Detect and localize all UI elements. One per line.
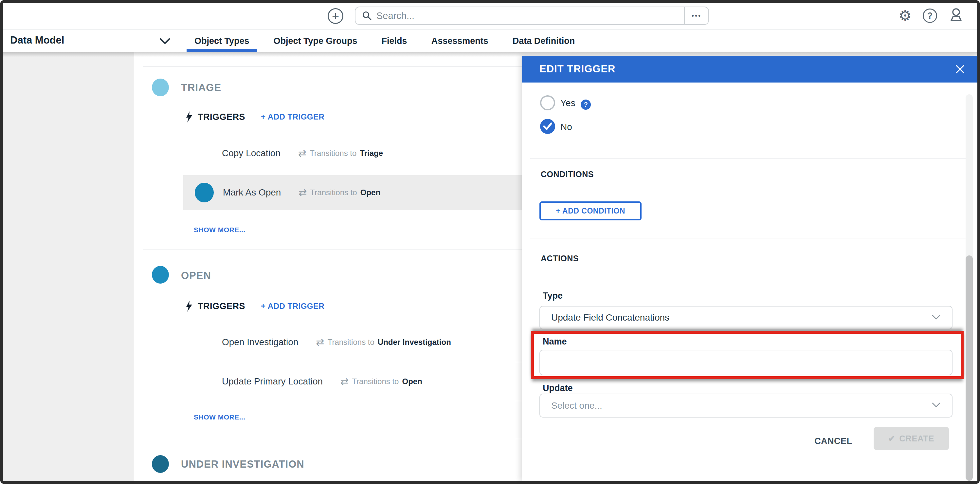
user-icon[interactable] bbox=[948, 7, 964, 24]
name-input[interactable] bbox=[539, 350, 953, 375]
chevron-down-icon[interactable] bbox=[159, 38, 170, 46]
panel-title: EDIT TRIGGER bbox=[539, 63, 616, 75]
triggers-header: TRIGGERS + ADD TRIGGER bbox=[185, 111, 325, 123]
radio-no[interactable] bbox=[540, 119, 555, 134]
show-more-link[interactable]: SHOW MORE... bbox=[194, 226, 245, 234]
search-input[interactable]: Search... bbox=[376, 11, 684, 21]
trigger-row-selected[interactable]: Mark As Open ⇄ Transitions to Open bbox=[183, 175, 533, 210]
lightning-icon bbox=[185, 111, 193, 123]
state-color-dot-open bbox=[152, 266, 169, 283]
chevron-down-icon bbox=[932, 402, 941, 409]
add-trigger-button[interactable]: + ADD TRIGGER bbox=[261, 302, 325, 311]
divider bbox=[183, 401, 533, 401]
actions-heading: ACTIONS bbox=[541, 254, 579, 263]
state-title-under-investigation: UNDER INVESTIGATION bbox=[181, 459, 304, 470]
transitions-icon: ⇄ bbox=[340, 377, 348, 387]
divider bbox=[143, 250, 533, 250]
help-icon[interactable]: ? bbox=[923, 8, 937, 23]
lightning-icon bbox=[185, 301, 193, 312]
show-more-link[interactable]: SHOW MORE... bbox=[194, 413, 245, 421]
tab-object-type-groups[interactable]: Object Type Groups bbox=[261, 30, 369, 52]
divider bbox=[143, 439, 533, 439]
panel-scrollbar-thumb[interactable] bbox=[966, 255, 973, 481]
help-badge-icon[interactable]: ? bbox=[581, 100, 591, 110]
trigger-row[interactable]: Update Primary Location ⇄ Transitions to… bbox=[222, 374, 422, 389]
type-select[interactable]: Update Field Concatenations bbox=[539, 306, 953, 330]
triggers-header: TRIGGERS + ADD TRIGGER bbox=[185, 301, 325, 312]
top-bar: + Search... ••• ⚙ ? bbox=[3, 3, 977, 30]
divider bbox=[530, 158, 966, 159]
left-sidebar bbox=[3, 52, 134, 481]
radio-no-label: No bbox=[560, 122, 572, 132]
app-window: + Search... ••• ⚙ ? Data Model bbox=[0, 0, 980, 484]
close-icon[interactable] bbox=[955, 64, 966, 75]
tab-fields[interactable]: Fields bbox=[369, 30, 419, 52]
plus-icon: + bbox=[332, 10, 339, 22]
name-label: Name bbox=[543, 337, 567, 347]
trigger-row[interactable]: Copy Location ⇄ Transitions to Triage bbox=[222, 146, 383, 161]
add-button[interactable]: + bbox=[328, 8, 344, 24]
divider bbox=[143, 67, 533, 67]
tab-object-types[interactable]: Object Types bbox=[182, 30, 261, 52]
divider bbox=[178, 30, 178, 51]
add-condition-button[interactable]: + ADD CONDITION bbox=[539, 201, 641, 220]
divider bbox=[183, 362, 533, 362]
trigger-row[interactable]: Open Investigation ⇄ Transitions to Unde… bbox=[222, 335, 451, 350]
panel-header: EDIT TRIGGER bbox=[522, 56, 977, 83]
module-selector[interactable]: Data Model bbox=[10, 34, 64, 46]
transitions-icon: ⇄ bbox=[298, 148, 306, 158]
nav-bar: Data Model Object Types Object Type Grou… bbox=[3, 30, 977, 52]
transitions-icon: ⇄ bbox=[299, 188, 307, 197]
cancel-button[interactable]: CANCEL bbox=[815, 436, 852, 446]
update-select[interactable]: Select one... bbox=[539, 393, 953, 417]
state-title-triage: TRIAGE bbox=[181, 82, 221, 94]
edit-trigger-panel: EDIT TRIGGER Yes ? No CONDITIONS + ADD C… bbox=[522, 56, 977, 481]
chevron-down-icon bbox=[932, 314, 941, 321]
state-title-open: OPEN bbox=[181, 270, 211, 282]
conditions-heading: CONDITIONS bbox=[541, 170, 594, 179]
create-button[interactable]: ✔ CREATE bbox=[873, 427, 949, 450]
tab-strip: Object Types Object Type Groups Fields A… bbox=[182, 30, 587, 52]
check-icon bbox=[543, 122, 552, 131]
ellipsis-icon: ••• bbox=[692, 12, 702, 20]
state-color-dot-triage bbox=[152, 79, 169, 96]
search-bar[interactable]: Search... ••• bbox=[355, 6, 709, 25]
add-trigger-button[interactable]: + ADD TRIGGER bbox=[261, 112, 325, 121]
trigger-state-dot bbox=[195, 183, 214, 202]
settings-icon[interactable]: ⚙ bbox=[899, 8, 912, 23]
radio-yes-label: Yes bbox=[560, 98, 576, 108]
divider bbox=[530, 238, 966, 239]
radio-yes[interactable] bbox=[540, 95, 555, 110]
type-label: Type bbox=[543, 291, 563, 301]
tab-assessments[interactable]: Assessments bbox=[419, 30, 501, 52]
state-color-dot-under-investigation bbox=[152, 455, 169, 473]
check-icon: ✔ bbox=[888, 434, 896, 443]
update-label: Update bbox=[543, 383, 573, 393]
search-more-button[interactable]: ••• bbox=[684, 7, 708, 24]
tab-data-definition[interactable]: Data Definition bbox=[501, 30, 587, 52]
transitions-icon: ⇄ bbox=[316, 337, 325, 347]
search-icon bbox=[362, 11, 372, 21]
